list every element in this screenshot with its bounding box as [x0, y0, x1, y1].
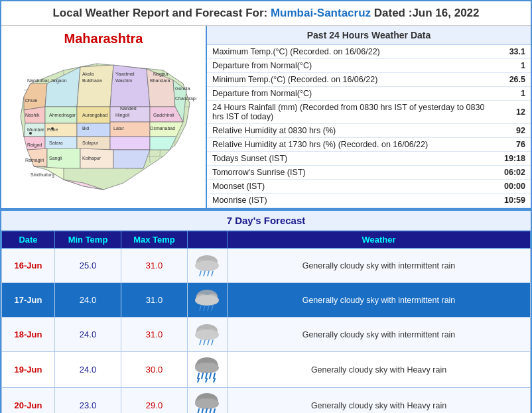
weather-value: 76 — [498, 138, 531, 152]
svg-text:Sindhudurg: Sindhudurg — [31, 172, 54, 178]
svg-line-97 — [208, 340, 209, 345]
svg-text:Raigad: Raigad — [27, 143, 42, 148]
svg-text:Nandurbar: Nandurbar — [27, 78, 50, 83]
forecast-icon — [188, 352, 228, 388]
svg-line-81 — [208, 271, 209, 276]
forecast-weather: Generally cloudy sky with intermittent r… — [228, 249, 531, 283]
weather-value: 06:02 — [498, 166, 531, 180]
forecast-date: 20-Jun — [2, 388, 55, 414]
svg-point-94 — [195, 329, 219, 340]
svg-line-89 — [208, 306, 209, 310]
forecast-icon — [188, 388, 228, 414]
forecast-title: 7 Day's Forecast — [1, 211, 531, 231]
svg-text:Hingoli: Hingoli — [115, 113, 130, 118]
svg-text:Washim: Washim — [115, 78, 132, 83]
svg-point-78 — [195, 261, 219, 271]
weather-data-row: Tomorrow's Sunrise (IST)06:02 — [207, 166, 531, 180]
forecast-max-temp: 31.0 — [121, 249, 188, 283]
forecast-min-temp: 24.0 — [55, 283, 121, 318]
weather-data-row: Moonrise (IST)10:59 — [207, 194, 531, 207]
weather-data-row: Departure from Normal(°C)1 — [207, 59, 531, 73]
weather-data-title: Past 24 Hours Weather Data — [207, 26, 531, 45]
weather-label: Tomorrow's Sunrise (IST) — [207, 166, 498, 180]
weather-value: 19:18 — [498, 152, 531, 166]
forecast-section: 7 Day's Forecast Date Min Temp Max Temp … — [1, 209, 531, 413]
svg-line-117 — [206, 409, 207, 413]
forecast-header-row: Date Min Temp Max Temp Weather — [2, 231, 531, 249]
weather-value: 92 — [498, 124, 531, 138]
forecast-weather: Generally cloudy sky with intermittent r… — [228, 318, 531, 352]
svg-point-102 — [195, 363, 219, 373]
svg-point-114 — [195, 398, 219, 409]
weather-data-row: Relative Humidity at 0830 hrs (%)92 — [207, 124, 531, 138]
svg-line-79 — [200, 271, 201, 276]
svg-line-98 — [212, 340, 213, 345]
weather-label: 24 Hours Rainfall (mm) (Recorded from 08… — [207, 101, 498, 124]
svg-line-90 — [212, 306, 213, 310]
weather-label: Maximum Temp.(°C) (Recorded. on 16/06/22… — [207, 45, 498, 59]
svg-line-95 — [200, 340, 201, 345]
col-min-temp: Min Temp — [55, 231, 121, 249]
svg-marker-37 — [150, 137, 176, 150]
weather-data-row: Departure from Normal(°C)1 — [207, 87, 531, 101]
weather-value: 1 — [498, 59, 531, 73]
page-header: Local Weather Report and Forecast For: M… — [1, 1, 531, 26]
weather-value: 12 — [498, 101, 531, 124]
svg-line-96 — [204, 340, 205, 345]
forecast-max-temp: 31.0 — [121, 283, 188, 318]
svg-text:Gondia: Gondia — [175, 86, 190, 91]
header-location: Mumbai-Santacruz — [271, 7, 371, 19]
forecast-icon — [188, 249, 228, 283]
svg-line-115 — [198, 409, 199, 413]
weather-label: Moonrise (IST) — [207, 194, 498, 207]
forecast-min-temp: 24.0 — [55, 318, 121, 352]
svg-point-73 — [29, 132, 32, 135]
weather-data-row: Todays Sunset (IST)19:18 — [207, 152, 531, 166]
weather-value: 1 — [498, 87, 531, 101]
weather-label: Departure from Normal(°C) — [207, 59, 498, 73]
weather-value: 26.5 — [498, 73, 531, 87]
svg-text:Nashik: Nashik — [25, 113, 40, 117]
svg-text:Osmanabad: Osmanabad — [150, 126, 175, 131]
col-max-temp: Max Temp — [121, 231, 188, 249]
col-date: Date — [2, 231, 55, 249]
svg-line-119 — [214, 409, 215, 413]
svg-line-103 — [198, 373, 199, 379]
weather-label: Relative Humidity at 0830 hrs (%) — [207, 124, 498, 138]
weather-data-row: Minimum Temp.(°C) (Recorded. on 16/06/22… — [207, 73, 531, 87]
svg-text:Bhandara: Bhandara — [150, 78, 170, 83]
svg-marker-41 — [113, 150, 150, 168]
svg-point-74 — [51, 127, 54, 130]
svg-text:Solapur: Solapur — [82, 141, 99, 146]
svg-line-104 — [202, 373, 203, 379]
forecast-row: 19-Jun 24.0 30.0 Generally cloudy sky wi… — [2, 352, 531, 388]
weather-label: Departure from Normal(°C) — [207, 87, 498, 101]
header-prefix: Local Weather Report and Forecast For: — [52, 7, 270, 19]
svg-marker-36 — [110, 137, 150, 150]
col-icon — [188, 231, 228, 249]
weather-label: Moonset (IST) — [207, 180, 498, 194]
svg-line-118 — [210, 409, 211, 413]
svg-text:Kolhapur: Kolhapur — [82, 156, 101, 161]
header-date: Dated :Jun 16, 2022 — [371, 7, 479, 19]
weather-value: 10:59 — [498, 194, 531, 207]
weather-data-row: Moonset (IST)00:00 — [207, 180, 531, 194]
forecast-weather: Generally cloudy sky with intermittent r… — [228, 283, 531, 318]
forecast-row: 18-Jun 24.0 31.0 Generally cloudy sky wi… — [2, 318, 531, 352]
svg-text:Aurangabad: Aurangabad — [82, 113, 107, 118]
weather-data-row: 24 Hours Rainfall (mm) (Recorded from 08… — [207, 101, 531, 124]
weather-data-table: Maximum Temp.(°C) (Recorded. on 16/06/22… — [207, 45, 531, 207]
svg-text:Ratnagiri: Ratnagiri — [25, 158, 44, 163]
forecast-row: 20-Jun 23.0 29.0 Generally cloudy sky wi… — [2, 388, 531, 414]
forecast-row: 17-Jun 24.0 31.0 Generally cloudy sky wi… — [2, 283, 531, 318]
weather-value: 00:00 — [498, 180, 531, 194]
weather-label: Minimum Temp.(°C) (Recorded. on 16/06/22… — [207, 73, 498, 87]
forecast-icon — [188, 318, 228, 352]
svg-text:Ahmednagar: Ahmednagar — [49, 113, 76, 118]
map-section: Maharashtra .district { stroke: #666; st… — [1, 26, 207, 208]
forecast-weather: Generally cloudy sky with Heavy rain — [228, 388, 531, 414]
forecast-icon — [188, 283, 228, 318]
main-container: Local Weather Report and Forecast For: M… — [0, 0, 532, 413]
svg-text:Satara: Satara — [49, 141, 63, 145]
forecast-max-temp: 29.0 — [121, 388, 188, 414]
